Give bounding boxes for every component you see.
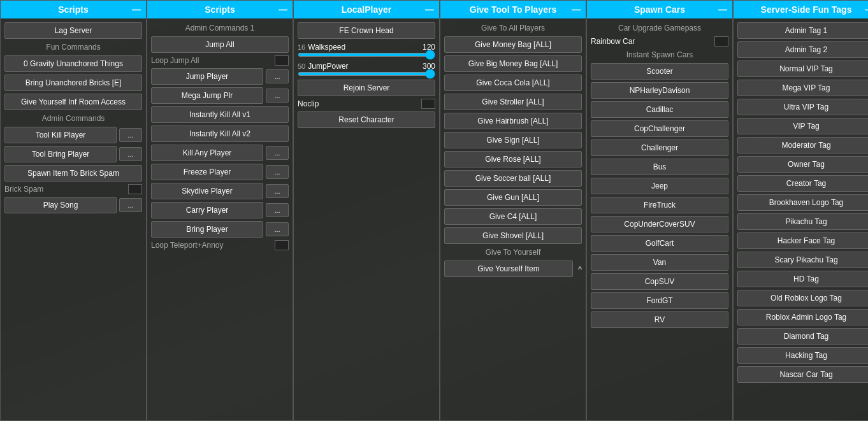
- btn-scooter[interactable]: Scooter: [591, 63, 728, 80]
- btn-vip-tag[interactable]: VIP Tag: [737, 118, 868, 134]
- btn-give-stroller-[all][interactable]: Give Stroller [ALL]: [444, 94, 582, 110]
- btn-give-gun-[all][interactable]: Give Gun [ALL]: [444, 189, 582, 206]
- btn-old-roblox-logo-tag[interactable]: Old Roblox Logo Tag: [737, 290, 868, 306]
- btn-brookhaven-logo-tag[interactable]: Brookhaven Logo Tag: [737, 194, 868, 211]
- btn-extra[interactable]: ...: [119, 198, 142, 212]
- btn-ultra-vip-tag[interactable]: Ultra VIP Tag: [737, 99, 868, 115]
- btn-owner-tag[interactable]: Owner Tag: [737, 156, 868, 173]
- btn-instantly-kill-all-v1[interactable]: Instantly Kill All v1: [151, 106, 289, 123]
- btn-hd-tag[interactable]: HD Tag: [737, 271, 868, 287]
- btn-npharleydavison[interactable]: NPHarleyDavison: [591, 82, 728, 99]
- btn-kill-any-player[interactable]: Kill Any Player: [151, 145, 263, 161]
- btn-give-c4-[all][interactable]: Give C4 [ALL]: [444, 208, 582, 225]
- btn-mega-vip-tag[interactable]: Mega VIP Tag: [737, 80, 868, 96]
- btn-copundercoversuv[interactable]: CopUnderCoverSUV: [591, 216, 728, 232]
- btn-give-yourself-item[interactable]: Give Yourself Item: [444, 260, 573, 277]
- btn-give-big-money-bag-[all][interactable]: Give Big Money Bag [ALL]: [444, 55, 582, 72]
- btn-admin-tag-2[interactable]: Admin Tag 2: [737, 41, 868, 58]
- btn-row: Tool Bring Player...: [4, 146, 142, 162]
- btn-roblox-admin-logo-tag[interactable]: Roblox Admin Logo Tag: [737, 309, 868, 325]
- toggle-checkbox[interactable]: [714, 36, 728, 46]
- btn-freeze-player[interactable]: Freeze Player: [151, 164, 263, 180]
- btn-fordgt[interactable]: FordGT: [591, 292, 728, 309]
- btn-jump-all[interactable]: Jump All: [151, 36, 289, 53]
- btn-hacking-tag[interactable]: Hacking Tag: [737, 347, 868, 364]
- btn-give-money-bag-[all][interactable]: Give Money Bag [ALL]: [444, 36, 582, 53]
- btn-lag-server[interactable]: Lag Server: [4, 22, 142, 39]
- btn-spawn-item-to-brick-spam[interactable]: Spawn Item To Brick Spam: [4, 165, 142, 182]
- btn-firetruck[interactable]: FireTruck: [591, 197, 728, 213]
- btn-give-shovel-[all][interactable]: Give Shovel [ALL]: [444, 227, 582, 244]
- panels-container: Scripts—Lag ServerFun Commands0 Gravity …: [0, 0, 868, 421]
- btn-rejoin-server[interactable]: Rejoin Server: [298, 80, 435, 96]
- btn-mega-jump-plr[interactable]: Mega Jump Plr: [151, 87, 263, 104]
- btn-extra[interactable]: ...: [266, 203, 289, 217]
- btn-bring-unanchored-bricks-[e][interactable]: Bring Unanchored Bricks [E]: [4, 75, 142, 91]
- btn-extra[interactable]: ...: [266, 69, 289, 83]
- btn-extra[interactable]: ...: [266, 222, 289, 236]
- btn-skydive-player[interactable]: Skydive Player: [151, 183, 263, 199]
- minimize-btn[interactable]: —: [425, 4, 434, 15]
- btn-van[interactable]: Van: [591, 254, 728, 271]
- btn-give-sign-[all][interactable]: Give Sign [ALL]: [444, 132, 582, 148]
- btn-diamond-tag[interactable]: Diamond Tag: [737, 328, 868, 345]
- btn-give-yourself-inf-room-access[interactable]: Give Yourself Inf Room Access: [4, 94, 142, 110]
- minimize-btn[interactable]: —: [572, 4, 581, 15]
- btn-copchallenger[interactable]: CopChallenger: [591, 120, 728, 137]
- btn-jeep[interactable]: Jeep: [591, 178, 728, 194]
- btn-0-gravity-unanchored-things[interactable]: 0 Gravity Unanchored Things: [4, 55, 142, 72]
- btn-give-rose-[all][interactable]: Give Rose [ALL]: [444, 151, 582, 168]
- btn-extra[interactable]: ...: [119, 147, 142, 161]
- btn-extra[interactable]: ...: [266, 146, 289, 160]
- btn-admin-tag-1[interactable]: Admin Tag 1: [737, 22, 868, 39]
- btn-fe-crown-head[interactable]: FE Crown Head: [298, 22, 435, 39]
- btn-normal-vip-tag[interactable]: Normal VIP Tag: [737, 61, 868, 77]
- btn-golfcart[interactable]: GolfCart: [591, 235, 728, 252]
- btn-reset-character[interactable]: Reset Character: [298, 111, 435, 128]
- btn-jump-player[interactable]: Jump Player: [151, 68, 263, 85]
- btn-nascar-car-tag[interactable]: Nascar Car Tag: [737, 366, 868, 383]
- btn-play-song[interactable]: Play Song: [4, 197, 117, 213]
- toggle-checkbox[interactable]: [275, 55, 289, 66]
- toggle-checkbox[interactable]: [128, 184, 142, 194]
- btn-bus[interactable]: Bus: [591, 159, 728, 175]
- btn-give-hairbrush-[all][interactable]: Give Hairbrush [ALL]: [444, 113, 582, 129]
- minimize-btn[interactable]: —: [278, 4, 287, 15]
- toggle-label: Loop Teleport+Annoy: [151, 241, 272, 250]
- panel-body-giveTool: Give To All PlayersGive Money Bag [ALL]G…: [440, 18, 586, 420]
- btn-moderator-tag[interactable]: Moderator Tag: [737, 137, 868, 153]
- slider-input-jumppower[interactable]: [298, 72, 435, 76]
- panel-header-serverTags: Server-Side Fun Tags—: [734, 1, 868, 18]
- section-label: Admin Commands 1: [151, 22, 289, 34]
- btn-pikachu-tag[interactable]: Pikachu Tag: [737, 213, 868, 230]
- toggle-checkbox[interactable]: [275, 240, 289, 250]
- panel-localplayer: LocalPlayer—FE Crown Head16Walkspeed1205…: [293, 0, 440, 421]
- btn-row: Freeze Player...: [151, 164, 289, 180]
- btn-scary-pikachu-tag[interactable]: Scary Pikachu Tag: [737, 252, 868, 268]
- btn-give-soccer-ball-[all][interactable]: Give Soccer ball [ALL]: [444, 170, 582, 187]
- btn-tool-bring-player[interactable]: Tool Bring Player: [4, 146, 117, 162]
- minimize-btn[interactable]: —: [132, 4, 141, 15]
- btn-challenger[interactable]: Challenger: [591, 139, 728, 156]
- btn-cadillac[interactable]: Cadillac: [591, 101, 728, 118]
- minimize-btn[interactable]: —: [865, 4, 868, 15]
- btn-extra[interactable]: ...: [119, 128, 142, 142]
- btn-extra[interactable]: ...: [266, 165, 289, 179]
- btn-extra[interactable]: ...: [266, 184, 289, 198]
- btn-hacker-face-tag[interactable]: Hacker Face Tag: [737, 232, 868, 249]
- btn-creator-tag[interactable]: Creator Tag: [737, 175, 868, 192]
- minimize-btn[interactable]: —: [718, 4, 727, 15]
- btn-rv[interactable]: RV: [591, 311, 728, 328]
- btn-extra[interactable]: ...: [266, 89, 289, 103]
- btn-instantly-kill-all-v2[interactable]: Instantly Kill All v2: [151, 125, 289, 142]
- btn-bring-player[interactable]: Bring Player: [151, 221, 263, 238]
- btn-carry-player[interactable]: Carry Player: [151, 202, 263, 218]
- panel-header-giveTool: Give Tool To Players—: [440, 1, 586, 18]
- panel-spawnCars: Spawn Cars—Car Upgrade GamepassRainbow C…: [586, 0, 733, 421]
- btn-copsuv[interactable]: CopSUV: [591, 273, 728, 290]
- caret-icon[interactable]: ^: [578, 264, 582, 274]
- noclip-toggle[interactable]: [421, 99, 435, 109]
- btn-give-coca-cola-[all][interactable]: Give Coca Cola [ALL]: [444, 75, 582, 91]
- btn-tool-kill-player[interactable]: Tool Kill Player: [4, 127, 117, 143]
- slider-input-walkspeed[interactable]: [298, 53, 435, 57]
